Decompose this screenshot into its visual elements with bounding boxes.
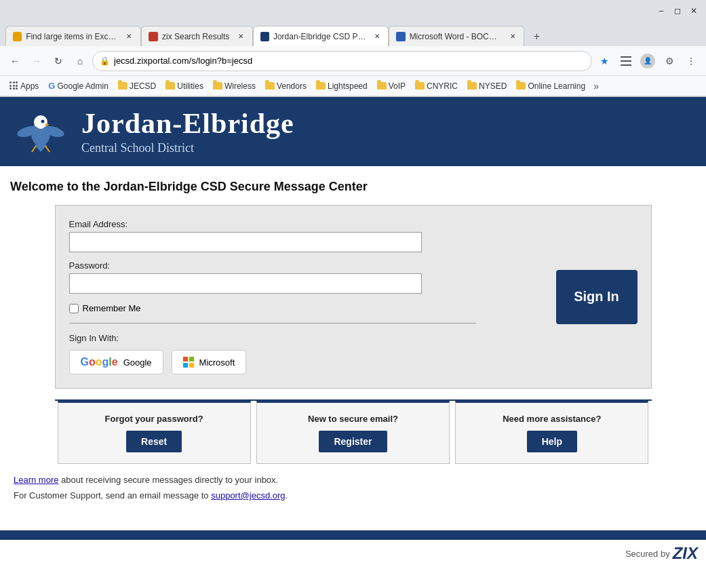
login-box: Email Address: Password: Remember Me xyxy=(55,205,652,389)
svg-rect-0 xyxy=(621,56,631,58)
bookmark-vendors-label: Vendors xyxy=(277,81,307,91)
sign-in-button[interactable]: Sign In xyxy=(556,270,638,324)
tab-label: Find large items in Excha... xyxy=(26,32,118,41)
home-button[interactable]: ⌂ xyxy=(71,52,90,71)
security-icon: 🔒 xyxy=(100,56,110,66)
support-prefix: For Customer Support, send an email mess… xyxy=(14,490,211,501)
footer-links: Learn more about receiving secure messag… xyxy=(7,464,604,517)
remember-me-label: Remember Me xyxy=(83,303,141,313)
tab-favicon xyxy=(260,32,269,41)
need-assistance-card: Need more assistance? Help xyxy=(455,401,648,464)
tab-close-button[interactable]: ✕ xyxy=(373,32,382,41)
learn-more-link[interactable]: Learn more xyxy=(14,475,58,485)
microsoft-button-label: Microsoft xyxy=(199,357,235,368)
bookmark-lightspeed-label: Lightspeed xyxy=(328,81,368,91)
user-avatar[interactable]: 👤 xyxy=(638,52,657,71)
reset-button[interactable]: Reset xyxy=(126,431,182,452)
window-controls[interactable]: – ◻ ✕ xyxy=(654,4,701,18)
tab-favicon xyxy=(396,32,405,41)
google-sign-in-button[interactable]: Google Google xyxy=(69,350,163,374)
tab-close-button[interactable]: ✕ xyxy=(125,32,134,41)
forward-button[interactable]: → xyxy=(27,52,46,71)
bookmark-apps[interactable]: Apps xyxy=(5,80,43,92)
bookmark-nysed-label: NYSED xyxy=(479,81,507,91)
google-g-icon: G xyxy=(48,81,55,91)
login-area: Welcome to the Jordan-Elbridge CSD Secur… xyxy=(0,166,706,524)
bookmark-google-admin[interactable]: G Google Admin xyxy=(44,79,113,92)
apps-grid-icon xyxy=(9,81,18,90)
folder-icon xyxy=(415,82,425,90)
folder-icon xyxy=(377,82,387,90)
support-suffix: . xyxy=(286,490,288,501)
close-button[interactable]: ✕ xyxy=(687,4,701,18)
svg-point-7 xyxy=(41,119,44,123)
nav-bar: ← → ↻ ⌂ 🔒 ★ 👤 ⚙ ⋮ xyxy=(0,46,706,76)
bookmark-star-icon[interactable]: ★ xyxy=(595,52,614,71)
back-button[interactable]: ← xyxy=(5,52,24,71)
bookmark-wireless-label: Wireless xyxy=(224,81,256,91)
tab-close-button[interactable]: ✕ xyxy=(236,32,246,41)
extensions-icon[interactable]: ⚙ xyxy=(660,52,679,71)
need-assistance-title: Need more assistance? xyxy=(503,414,601,424)
email-input[interactable] xyxy=(69,232,422,252)
minimize-button[interactable]: – xyxy=(654,4,668,18)
folder-icon xyxy=(265,82,275,90)
new-to-email-title: New to secure email? xyxy=(308,414,398,424)
bookmark-voip-label: VoIP xyxy=(389,81,406,91)
bookmark-online-learning[interactable]: Online Learning xyxy=(512,80,589,92)
bookmark-vendors[interactable]: Vendors xyxy=(261,80,311,92)
maximize-button[interactable]: ◻ xyxy=(671,4,684,18)
bookmark-jecsd[interactable]: JECSD xyxy=(114,80,160,92)
bookmarks-more-icon[interactable]: » xyxy=(591,79,602,93)
remember-me-section: Remember Me xyxy=(69,303,543,313)
folder-icon xyxy=(118,82,128,90)
welcome-title: Welcome to the Jordan-Elbridge CSD Secur… xyxy=(7,180,699,194)
tab-label: Jordan-Elbridge CSD Pass... xyxy=(273,32,366,41)
folder-icon xyxy=(316,82,326,90)
browser-titlebar: – ◻ ✕ Find large items in Excha... ✕ zix… xyxy=(0,0,706,97)
learn-more-suffix: about receiving secure messages directly… xyxy=(58,475,278,485)
reload-button[interactable]: ↻ xyxy=(49,52,68,71)
url-input[interactable] xyxy=(114,56,571,66)
school-name-sub: Central School District xyxy=(81,141,294,155)
tab-find-large-items[interactable]: Find large items in Excha... ✕ xyxy=(5,26,141,46)
sso-buttons: Google Google Microsoft xyxy=(69,350,543,374)
secured-by-text: Secured by xyxy=(625,549,670,559)
password-label: Password: xyxy=(69,260,543,271)
new-to-secure-email-card: New to secure email? Register xyxy=(256,401,450,464)
svg-rect-1 xyxy=(621,60,631,62)
bookmark-cnyric[interactable]: CNYRIC xyxy=(411,80,462,92)
remember-me-checkbox[interactable] xyxy=(69,304,79,313)
forgot-password-title: Forgot your password? xyxy=(105,414,203,424)
email-label: Email Address: xyxy=(69,219,543,229)
support-email-link[interactable]: support@jecsd.org xyxy=(211,490,285,501)
password-input[interactable] xyxy=(69,273,422,294)
zix-logo: ZIX xyxy=(673,544,698,563)
email-form-group: Email Address: xyxy=(69,219,543,252)
learn-more-paragraph: Learn more about receiving secure messag… xyxy=(14,475,597,485)
tab-favicon xyxy=(149,32,158,41)
new-tab-button[interactable]: + xyxy=(527,27,546,46)
svg-rect-2 xyxy=(621,64,631,66)
bookmark-wireless[interactable]: Wireless xyxy=(209,80,260,92)
bookmark-voip[interactable]: VoIP xyxy=(373,80,410,92)
bookmark-nysed[interactable]: NYSED xyxy=(463,80,511,92)
school-header-banner: Jordan-Elbridge Central School District xyxy=(0,97,706,166)
browser-menu-icon[interactable] xyxy=(616,52,635,71)
google-icon: Google xyxy=(81,356,118,368)
microsoft-sign-in-button[interactable]: Microsoft xyxy=(172,350,247,374)
tab-jordan-elbridge[interactable]: Jordan-Elbridge CSD Pass... ✕ xyxy=(253,26,389,46)
password-form-group: Password: xyxy=(69,260,543,294)
bookmark-lightspeed[interactable]: Lightspeed xyxy=(312,80,372,92)
tab-microsoft-word[interactable]: Microsoft Word - BOCES... ✕ xyxy=(389,26,524,46)
bottom-cards-section: Forgot your password? Reset New to secur… xyxy=(55,399,652,464)
tab-close-button[interactable]: ✕ xyxy=(508,32,517,41)
register-button[interactable]: Register xyxy=(319,431,387,452)
help-button[interactable]: Help xyxy=(527,431,577,452)
more-options-icon[interactable]: ⋮ xyxy=(682,52,701,71)
tab-zix-search[interactable]: zix Search Results ✕ xyxy=(141,26,253,46)
folder-icon xyxy=(213,82,222,90)
tab-bar: Find large items in Excha... ✕ zix Searc… xyxy=(0,22,706,46)
bookmark-utilities[interactable]: Utilities xyxy=(161,80,208,92)
url-bar[interactable]: 🔒 xyxy=(92,51,592,71)
